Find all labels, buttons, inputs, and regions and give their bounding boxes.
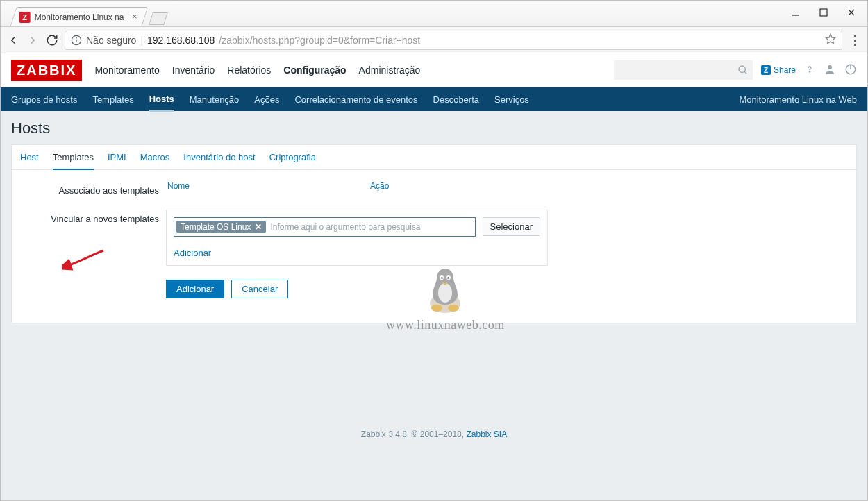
global-search-input[interactable]	[614, 60, 753, 80]
help-icon[interactable]	[804, 64, 815, 77]
main-menu: Monitoramento Inventário Relatórios Conf…	[94, 53, 420, 87]
subnav-grupos[interactable]: Grupos de hosts	[11, 87, 77, 111]
svg-marker-7	[826, 34, 835, 43]
form-panel: Host Templates IPMI Macros Inventário do…	[11, 144, 857, 323]
share-link[interactable]: Z Share	[761, 65, 796, 75]
annotation-arrow	[62, 248, 110, 275]
svg-point-8	[739, 66, 745, 72]
subnav-servicos[interactable]: Serviços	[494, 87, 529, 111]
select-button[interactable]: Selecionar	[483, 217, 540, 236]
minimize-button[interactable]	[784, 5, 808, 20]
info-icon	[71, 35, 82, 46]
maximize-button[interactable]	[812, 5, 835, 20]
main-menu-inventario[interactable]: Inventário	[172, 53, 215, 87]
subnav-right-text: Monitoramento Linux na Web	[739, 94, 857, 105]
close-icon[interactable]: ×	[131, 13, 139, 22]
tab-criptografia[interactable]: Criptografia	[269, 152, 316, 169]
zabbix-favicon: Z	[19, 12, 31, 23]
footer-text: Zabbix 3.4.8. © 2001–2018,	[361, 430, 467, 439]
template-multiselect[interactable]: Template OS Linux ✕	[174, 217, 476, 237]
footer-link[interactable]: Zabbix SIA	[466, 430, 507, 439]
search-icon	[737, 65, 749, 76]
template-tag: Template OS Linux ✕	[176, 221, 266, 233]
submit-button[interactable]: Adicionar	[166, 280, 224, 298]
new-tab-button[interactable]	[149, 12, 168, 25]
form-tabs: Host Templates IPMI Macros Inventário do…	[12, 145, 856, 170]
remove-tag-icon[interactable]: ✕	[255, 222, 262, 232]
url-path: /zabbix/hosts.php?groupid=0&form=Criar+h…	[219, 35, 420, 46]
browser-menu-button[interactable]: ⋮	[848, 33, 862, 47]
tab-macros[interactable]: Macros	[140, 152, 170, 169]
url-separator: |	[140, 35, 143, 46]
col-nome: Nome	[167, 181, 190, 191]
subnav-descoberta[interactable]: Descoberta	[433, 87, 479, 111]
url-host: 192.168.68.108	[147, 35, 215, 46]
add-link[interactable]: Adicionar	[174, 248, 211, 258]
main-menu-monitoramento[interactable]: Monitoramento	[94, 53, 159, 87]
link-new-templates-group: Template OS Linux ✕ Selecionar Adicionar	[166, 210, 548, 266]
zabbix-logo[interactable]: ZABBIX	[11, 60, 82, 81]
share-badge-icon: Z	[761, 65, 771, 75]
forward-button	[26, 33, 40, 47]
label-link-new-templates: Vincular a novos templates	[20, 210, 166, 224]
close-window-button[interactable]	[840, 5, 863, 20]
reload-button[interactable]	[45, 33, 59, 47]
app-header: ZABBIX Monitoramento Inventário Relatóri…	[1, 53, 867, 87]
share-label: Share	[774, 65, 796, 75]
browser-toolbar: Não seguro | 192.168.68.108/zabbix/hosts…	[1, 27, 867, 53]
col-acao: Ação	[370, 181, 389, 191]
back-button[interactable]	[6, 33, 20, 47]
svg-line-9	[744, 71, 746, 74]
browser-title-bar: Z Monitoramento Linux na ×	[1, 1, 867, 27]
svg-point-10	[809, 71, 810, 71]
page-title: Hosts	[11, 119, 857, 137]
sub-nav: Grupos de hosts Templates Hosts Manutenç…	[1, 87, 867, 111]
main-menu-administracao[interactable]: Administração	[359, 53, 421, 87]
page-viewport: ZABBIX Monitoramento Inventário Relatóri…	[1, 53, 867, 500]
address-bar[interactable]: Não seguro | 192.168.68.108/zabbix/hosts…	[65, 31, 842, 50]
main-menu-configuracao[interactable]: Configuração	[283, 53, 346, 87]
svg-point-6	[76, 37, 77, 38]
svg-point-11	[828, 65, 832, 69]
browser-window: Z Monitoramento Linux na × Não seguro | …	[0, 0, 868, 501]
cancel-button[interactable]: Cancelar	[231, 280, 288, 298]
tab-host[interactable]: Host	[20, 152, 39, 169]
browser-tab[interactable]: Z Monitoramento Linux na ×	[10, 7, 148, 26]
user-icon[interactable]	[824, 63, 836, 78]
subnav-hosts[interactable]: Hosts	[149, 87, 174, 112]
logout-icon[interactable]	[844, 63, 857, 78]
subnav-templates[interactable]: Templates	[92, 87, 133, 111]
template-search-input[interactable]	[269, 220, 472, 234]
label-linked-templates: Associado aos templates	[20, 181, 166, 196]
subnav-manutencao[interactable]: Manutenção	[190, 87, 240, 111]
tab-inventario[interactable]: Inventário do host	[183, 152, 255, 169]
footer: Zabbix 3.4.8. © 2001–2018, Zabbix SIA	[1, 420, 867, 442]
main-menu-relatorios[interactable]: Relatórios	[227, 53, 271, 87]
tab-ipmi[interactable]: IPMI	[108, 152, 126, 169]
bookmark-star-icon[interactable]	[825, 33, 836, 46]
tab-templates[interactable]: Templates	[53, 152, 94, 170]
template-tag-label: Template OS Linux	[181, 222, 251, 232]
subnav-acoes[interactable]: Ações	[254, 87, 279, 111]
insecure-label: Não seguro	[86, 35, 136, 46]
svg-rect-1	[820, 9, 827, 16]
browser-tab-title: Monitoramento Linux na	[35, 12, 126, 22]
